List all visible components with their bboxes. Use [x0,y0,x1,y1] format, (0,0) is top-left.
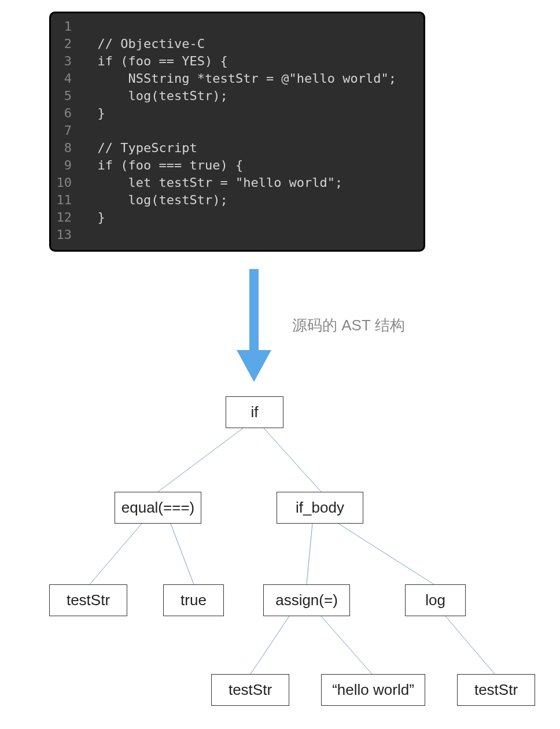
svg-line-9 [321,616,372,674]
line-number: 12 [51,209,82,226]
svg-rect-0 [249,269,259,353]
tree-node-if: if [226,396,283,428]
line-text: log(testStr); [82,192,228,209]
line-text: } [82,105,105,122]
tree-node-log: log [405,584,466,616]
tree-node-true: true [163,584,224,616]
svg-line-10 [445,616,495,674]
svg-line-6 [307,524,312,584]
line-number: 5 [51,87,82,105]
line-number: 10 [51,174,82,192]
tree-node-if-body: if_body [277,492,363,524]
line-number: 2 [51,35,82,53]
code-line: 7 [51,122,423,139]
line-number: 9 [51,157,82,174]
code-content: 1 2 // Objective-C 3 if (foo == YES) { 4… [51,13,423,248]
code-line: 5 log(testStr); [51,87,423,105]
code-line: 11 log(testStr); [51,192,423,209]
code-line: 3 if (foo == YES) { [51,53,423,70]
line-number: 13 [51,226,82,244]
code-line: 6 } [51,105,423,122]
code-line: 8 // TypeScript [51,139,423,157]
tree-node-assign: assign(=) [263,584,350,616]
code-line: 1 [51,18,423,35]
line-text: // Objective-C [82,35,205,53]
line-text: } [82,209,105,226]
svg-marker-1 [237,350,271,382]
code-editor: 1 2 // Objective-C 3 if (foo == YES) { 4… [49,12,425,252]
line-text: log(testStr); [82,87,228,105]
down-arrow-icon [237,269,271,382]
code-line: 12 } [51,209,423,226]
svg-line-5 [171,524,194,584]
tree-node-teststr: testStr [49,584,127,616]
line-text: if (foo == YES) { [82,53,228,70]
svg-line-7 [338,524,434,584]
arrow-section: 源码的 AST 结构 [0,269,560,385]
line-text: NSString *testStr = @"hello world"; [82,70,396,87]
svg-line-2 [158,428,243,492]
line-number: 4 [51,70,82,87]
ast-tree: if equal(===) if_body testStr true assig… [0,388,560,729]
line-text: let testStr = "hello world"; [82,174,342,192]
svg-line-8 [250,616,289,674]
svg-line-3 [264,428,321,492]
code-line: 9 if (foo === true) { [51,157,423,174]
line-text: if (foo === true) { [82,157,243,174]
code-line: 10 let testStr = "hello world"; [51,174,423,192]
line-number: 11 [51,192,82,209]
line-number: 1 [51,18,82,35]
line-number: 3 [51,53,82,70]
tree-node-teststr: testStr [457,674,535,706]
tree-node-equal: equal(===) [115,492,201,524]
line-number: 8 [51,139,82,157]
code-line: 13 [51,226,423,244]
svg-line-4 [90,524,142,584]
code-line: 2 // Objective-C [51,35,423,53]
tree-node-hello-world: “hello world” [321,674,425,706]
line-text: // TypeScript [82,139,197,157]
arrow-label: 源码的 AST 结构 [292,315,405,336]
code-line: 4 NSString *testStr = @"hello world"; [51,70,423,87]
line-number: 7 [51,122,82,139]
line-number: 6 [51,105,82,122]
tree-node-teststr: testStr [211,674,289,706]
